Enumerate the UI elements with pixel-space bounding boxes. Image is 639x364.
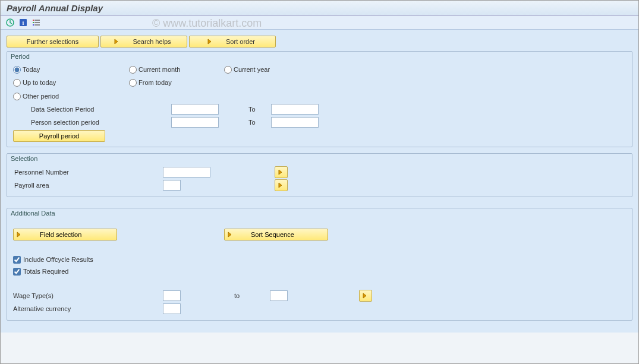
svg-rect-6 [34,22,40,23]
person-selection-period-label: Person selection period [13,119,143,126]
today-label: Today [23,66,40,73]
arrow-right-icon [16,231,23,238]
further-selections-button[interactable]: Further selections [7,36,99,48]
current-month-label: Current month [138,66,180,73]
payroll-area-multiple-button[interactable] [275,179,288,191]
additional-panel: Additional Data Field selection Sort Seq… [7,208,632,321]
person-selection-to-input[interactable] [271,117,319,128]
field-selection-button[interactable]: Field selection [13,229,117,240]
totals-required-checkbox[interactable] [13,268,21,276]
radio-current-month[interactable]: Current month [129,66,180,74]
radio-up-to-today[interactable]: Up to today [13,79,56,87]
alternative-currency-label: Alternative currency [13,305,163,312]
arrow-right-icon [278,169,285,176]
svg-rect-7 [33,24,34,26]
sort-sequence-button[interactable]: Sort Sequence [224,229,328,240]
to-label-2: To [247,119,271,126]
include-offcycle-checkbox[interactable] [13,256,21,264]
search-helps-label: Search helps [133,38,171,45]
personnel-number-label: Personnel Number [13,169,163,176]
person-selection-from-input[interactable] [171,117,219,128]
sort-order-button[interactable]: Sort order [189,36,276,48]
other-period-label: Other period [23,93,59,100]
arrow-right-icon [227,231,234,238]
data-selection-to-input[interactable] [271,104,319,115]
execute-icon[interactable] [5,18,15,27]
from-today-label: From today [138,79,172,86]
payroll-area-label: Payroll area [13,182,163,189]
list-icon[interactable] [32,18,41,27]
toolbar: i © www.tutorialkart.com [1,16,638,30]
svg-rect-5 [33,22,34,23]
wage-type-from-input[interactable] [163,290,181,301]
info-icon[interactable]: i [18,18,28,27]
to-label: To [247,106,271,113]
personnel-number-input[interactable] [163,167,210,178]
sort-order-label: Sort order [226,38,255,45]
wage-types-label: Wage Type(s) [13,292,163,299]
current-year-label: Current year [234,66,270,73]
radio-from-today[interactable]: From today [129,79,172,87]
to-label-3: to [234,292,270,299]
wage-type-to-input[interactable] [270,290,288,301]
up-to-today-label: Up to today [23,79,56,86]
period-panel: Period Today Current month Current year … [7,51,632,147]
field-selection-label: Field selection [40,231,81,238]
radio-current-year[interactable]: Current year [224,66,270,74]
selection-panel: Selection Personnel Number Payroll area [7,153,632,197]
data-selection-from-input[interactable] [171,104,219,115]
svg-text:i: i [23,20,24,26]
radio-other-period[interactable]: Other period [13,93,59,100]
page-title: Payroll Annual Display [1,1,638,16]
svg-rect-8 [34,24,40,26]
include-offcycle-label: Include Offcycle Results [23,256,93,263]
radio-today[interactable]: Today [13,66,40,74]
search-helps-button[interactable]: Search helps [100,36,187,48]
personnel-number-multiple-button[interactable] [275,166,288,178]
arrow-right-icon [278,182,285,189]
arrow-right-icon [114,38,121,45]
wage-type-multiple-button[interactable] [359,290,372,302]
payroll-period-button[interactable]: Payroll period [13,130,105,142]
svg-rect-3 [33,20,34,21]
sort-sequence-label: Sort Sequence [251,231,294,238]
arrow-right-icon [362,292,369,299]
data-selection-period-label: Data Selection Period [13,106,143,113]
period-title: Period [7,52,632,61]
totals-required-label: Totals Required [23,268,68,275]
watermark: © www.tutorialkart.com [152,17,262,30]
selection-title: Selection [7,154,632,163]
arrow-right-icon [207,38,214,45]
svg-rect-4 [34,20,40,21]
additional-title: Additional Data [7,208,632,218]
alternative-currency-input[interactable] [163,303,181,314]
payroll-area-input[interactable] [163,180,181,191]
